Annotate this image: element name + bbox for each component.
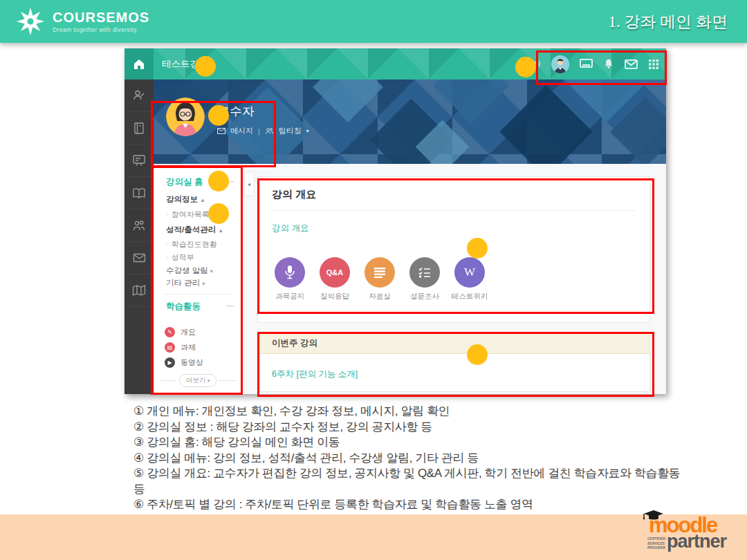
home-icon <box>132 57 146 71</box>
user-edit-icon[interactable] <box>124 80 154 112</box>
teamteaching-link[interactable]: 팀티칭 <box>279 126 302 136</box>
message-mail-icon <box>217 128 225 134</box>
activity-overview[interactable]: ✎ 개요 <box>165 327 196 337</box>
note-line: ② 강의실 정보 : 해당 강좌의 교수자 정보, 강의 공지사항 등 <box>133 420 694 436</box>
checklist-icon <box>409 257 440 288</box>
activities-collapse-dash[interactable]: — <box>226 301 234 309</box>
notebook-icon[interactable] <box>124 112 154 144</box>
note-line: ① 개인 메뉴: 개인정보 확인, 수강 강좌 정보, 메시지, 알림 확인 <box>133 404 694 420</box>
activity-assignment[interactable]: ▤ 과제 <box>165 342 196 353</box>
brand: COURSEMOS Dream together with diversity. <box>15 6 149 37</box>
module-qna[interactable]: Q&A 질의응답 <box>315 257 354 301</box>
map-icon[interactable] <box>124 274 154 307</box>
banner-diamond <box>313 80 383 122</box>
page: COURSEMOS Dream together with diversity.… <box>0 0 747 560</box>
chevron-down-icon: ▾ <box>208 378 210 383</box>
graduation-cap-icon <box>643 510 664 521</box>
notifications-bell-icon[interactable] <box>603 58 614 70</box>
mail-icon[interactable] <box>625 59 638 69</box>
coursemos-flower-icon <box>15 6 46 37</box>
certified-text: CERTIFIED SERVICES PROVIDER <box>647 536 665 550</box>
overview-title: 강의 개요 <box>272 188 316 201</box>
assignment-doc-icon: ▤ <box>165 342 175 353</box>
topbar-user-menu: 관리자 <box>518 48 659 80</box>
rail-mail-icon[interactable] <box>124 242 154 274</box>
people-icon[interactable] <box>124 209 154 242</box>
teamteaching-caret-icon: ▾ <box>306 128 309 134</box>
overview-link[interactable]: 강의 개요 <box>272 223 308 234</box>
brand-name: COURSEMOS <box>53 10 149 24</box>
open-book-icon[interactable] <box>124 177 154 209</box>
course-menu-panel: 강의실 홈 — 강의정보▲ ·참여자목록 성적/출석관리▲ ·학습진도현황 ·성… <box>154 164 243 394</box>
course-banner: 교수자 메시지 | 팀티칭 ▾ <box>154 80 666 164</box>
page-title: 1. 강좌 메인 화면 <box>609 11 728 32</box>
video-play-icon: ▶ <box>165 357 175 368</box>
this-week-card: 이번주 강의 6주차 [편의 기능 소개] <box>257 332 650 392</box>
banner-diamond <box>433 80 509 124</box>
instructor-name: 교수자 <box>217 103 309 120</box>
moodle-partner-logo: moodle CERTIFIED SERVICES PROVIDER partn… <box>642 517 736 557</box>
chevron-down-icon: ▾ <box>210 268 213 274</box>
more-line <box>159 380 176 381</box>
menu-other-admin[interactable]: 기타 관리▾ <box>166 278 205 288</box>
brand-tagline: Dream together with diversity. <box>53 27 149 33</box>
qna-text-icon: Q&A <box>320 257 350 288</box>
instructor-avatar[interactable] <box>166 97 205 136</box>
home-button[interactable] <box>124 48 154 80</box>
overview-divider <box>272 210 636 211</box>
menu-classroom-home[interactable]: 강의실 홈 <box>166 176 203 188</box>
board-icon[interactable] <box>124 144 154 177</box>
module-wiki[interactable]: W 테스트위키 <box>450 257 489 301</box>
note-line: ③ 강의실 홈: 해당 강의실 메인 화면 이동 <box>133 435 694 451</box>
instructor-profile: 교수자 메시지 | 팀티칭 ▾ <box>166 97 309 136</box>
menu-student-notify[interactable]: 수강생 알림▾ <box>166 265 213 276</box>
menu-collapse-dash[interactable]: — <box>226 176 234 185</box>
partner-wordmark: partner <box>667 531 726 552</box>
chevron-up-icon: ▲ <box>218 227 223 234</box>
left-icon-rail <box>124 80 154 394</box>
page-header: COURSEMOS Dream together with diversity.… <box>0 0 747 43</box>
annotation-notes: ① 개인 메뉴: 개인정보 확인, 수강 강좌 정보, 메시지, 알림 확인 ②… <box>133 404 694 513</box>
lms-topbar: 테스트강좌 관리자 <box>124 48 666 80</box>
module-icons-row: 과목공지 Q&A 질의응답 자료실 <box>270 257 489 301</box>
more-line <box>219 380 237 381</box>
lms-screenshot: 테스트강좌 관리자 <box>124 48 666 394</box>
admin-label[interactable]: 관리자 <box>518 59 541 69</box>
chevron-up-icon: ▲ <box>200 197 205 203</box>
module-announcements[interactable]: 과목공지 <box>270 257 309 301</box>
menu-participants[interactable]: ·참여자목록 <box>166 209 210 220</box>
teamteaching-people-icon <box>265 128 274 134</box>
more-row: 더보기 ▾ <box>159 374 237 387</box>
chevron-down-icon: ▾ <box>202 281 205 287</box>
menu-progress[interactable]: ·학습진도현황 <box>166 239 217 250</box>
activity-video[interactable]: ▶ 동영상 <box>165 357 203 368</box>
menu-panel-toggle[interactable]: ◂ <box>243 171 255 196</box>
course-title[interactable]: 테스트강좌 <box>162 48 209 80</box>
menu-course-info[interactable]: 강의정보▲ <box>166 194 205 205</box>
this-week-header: 이번주 강의 <box>258 333 649 354</box>
footer-band <box>0 514 747 560</box>
overview-pencil-icon: ✎ <box>165 327 175 337</box>
courses-icon[interactable] <box>580 59 593 70</box>
message-link[interactable]: 메시지 <box>230 126 253 136</box>
course-overview-card: 강의 개요 강의 개요 과목공지 Q&A 질의응답 <box>257 176 650 323</box>
course-content: 강의실 홈 — 강의정보▲ ·참여자목록 성적/출석관리▲ ·학습진도현황 ·성… <box>154 164 666 394</box>
more-button[interactable]: 더보기 ▾ <box>179 374 217 387</box>
week-link[interactable]: 6주차 [편의 기능 소개] <box>272 368 358 380</box>
menu-grade-attendance[interactable]: 성적/출석관리▲ <box>166 225 223 235</box>
profile-divider: | <box>258 127 260 136</box>
module-survey[interactable]: 설문조사 <box>405 257 444 301</box>
note-line: ④ 강의실 메뉴: 강의 정보, 성적/출석 관리, 수강생 알림, 기타 관리… <box>133 451 694 467</box>
user-avatar[interactable] <box>551 55 569 73</box>
this-week-title: 이번주 강의 <box>272 337 317 349</box>
wiki-w-icon: W <box>454 257 485 288</box>
menu-divider <box>163 294 231 295</box>
banner-diamond <box>499 85 592 164</box>
apps-grid-icon[interactable] <box>648 59 659 70</box>
module-materials[interactable]: 자료실 <box>360 257 399 301</box>
list-icon <box>365 257 395 288</box>
note-line: ⑥ 주차/토픽 별 강의 : 주차/토픽 단위로 등록한 학습자료 및 학습활동… <box>133 497 694 513</box>
menu-gradebook[interactable]: ·성적부 <box>166 252 194 263</box>
activities-title: 학습활동 <box>166 301 201 312</box>
microphone-icon <box>275 257 305 288</box>
